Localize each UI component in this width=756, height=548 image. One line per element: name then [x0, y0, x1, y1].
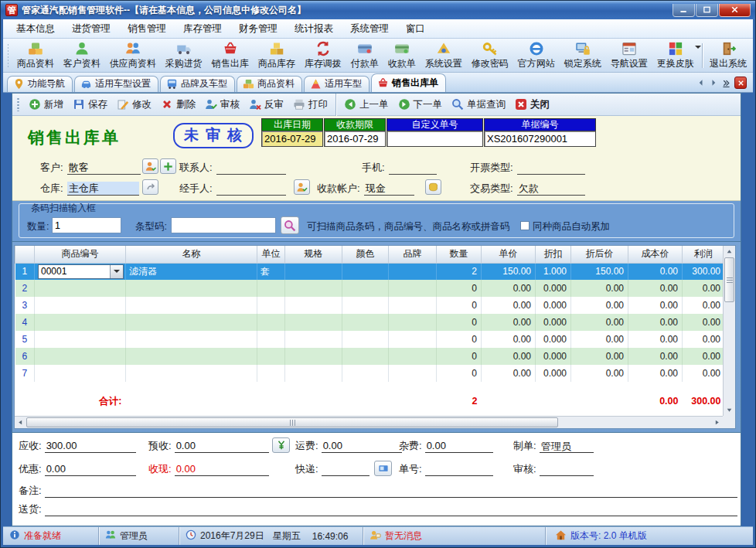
- exit-system-button[interactable]: 退出系统: [705, 39, 751, 72]
- minimize-button[interactable]: [673, 4, 695, 17]
- change-password-button[interactable]: 修改密码: [467, 39, 513, 72]
- grid-cell[interactable]: 0: [437, 280, 482, 297]
- grid-cell[interactable]: [285, 297, 342, 314]
- grid-cell[interactable]: 0.000: [536, 280, 571, 297]
- menu-purchase-mgmt[interactable]: 进货管理: [63, 20, 119, 38]
- grid-cell[interactable]: 0.00: [628, 314, 683, 331]
- grid-cell[interactable]: 0.00: [482, 365, 536, 382]
- grid-cell[interactable]: 0.00: [628, 280, 683, 297]
- grid-cell[interactable]: 0.00: [482, 348, 536, 365]
- grid-cell[interactable]: 0.00: [571, 348, 628, 365]
- vertical-scrollbar[interactable]: [723, 246, 735, 416]
- customer-info-button[interactable]: 客户资料: [59, 39, 105, 72]
- freight-value[interactable]: 0.00: [322, 440, 402, 453]
- receipt-bill-button[interactable]: 收款单: [383, 39, 421, 72]
- grid-cell[interactable]: 0.00: [628, 331, 683, 348]
- nav-settings-button[interactable]: 导航设置: [606, 39, 652, 72]
- grid-cell[interactable]: [285, 314, 342, 331]
- grid-cell[interactable]: [285, 280, 342, 297]
- menu-report-stats[interactable]: 统计报表: [286, 20, 342, 38]
- grid-cell[interactable]: 滤清器: [126, 263, 257, 280]
- scroll-left-button[interactable]: [15, 417, 26, 428]
- contact-input[interactable]: [216, 161, 286, 175]
- grid-cell[interactable]: 2: [437, 263, 482, 280]
- print-button[interactable]: 打印: [288, 96, 332, 114]
- grid-cell[interactable]: 0.000: [536, 365, 571, 382]
- grid-cell[interactable]: 0.00: [683, 365, 724, 382]
- skin-dropdown-arrow-icon[interactable]: [695, 46, 701, 52]
- grid-cell[interactable]: 0.00: [683, 348, 724, 365]
- grid-cell[interactable]: [35, 280, 126, 297]
- modify-button[interactable]: 修改: [112, 96, 156, 114]
- supplier-info-button[interactable]: 供应商资料: [105, 39, 161, 72]
- grid-cell[interactable]: 0.000: [536, 297, 571, 314]
- grid-cell[interactable]: 0.00: [628, 297, 683, 314]
- close-button[interactable]: [719, 4, 751, 17]
- grid-cell[interactable]: [342, 348, 389, 365]
- tab-scroll-right-button[interactable]: [709, 78, 718, 87]
- out-date-value[interactable]: 2016-07-29: [261, 131, 323, 147]
- menu-sales-mgmt[interactable]: 销售管理: [119, 20, 175, 38]
- grid-cell[interactable]: [257, 280, 285, 297]
- grid-cell[interactable]: 0: [437, 365, 482, 382]
- tab-vehicle-model-settings[interactable]: 适用车型设置: [74, 76, 158, 92]
- grid-cell[interactable]: [126, 348, 257, 365]
- tab-goods-info[interactable]: 商品资料: [237, 76, 302, 92]
- grid-cell[interactable]: [342, 297, 389, 314]
- grid-cell[interactable]: 0.00: [571, 297, 628, 314]
- grid-row-7[interactable]: 700.000.0000.000.000.00: [15, 365, 724, 382]
- invoice-type-input[interactable]: [517, 161, 585, 175]
- sales-out-button[interactable]: 销售出库: [207, 39, 254, 72]
- cash-value[interactable]: 0.00: [175, 463, 269, 476]
- grid-cell[interactable]: 1.000: [536, 263, 571, 280]
- select-warehouse-button[interactable]: [142, 179, 158, 195]
- grid-row-3[interactable]: 300.000.0000.000.000.00: [15, 297, 724, 314]
- remark-value[interactable]: [45, 485, 737, 498]
- grid-cell[interactable]: [257, 297, 285, 314]
- menu-system-mgmt[interactable]: 系统管理: [342, 20, 397, 38]
- receivable-value[interactable]: 300.00: [45, 440, 136, 453]
- grid-cell[interactable]: [257, 365, 285, 382]
- grid-cell[interactable]: [35, 314, 126, 331]
- order-query-button[interactable]: 单据查询: [447, 96, 510, 114]
- grid-row-2[interactable]: 200.000.0000.000.000.00: [15, 280, 724, 297]
- prev-order-button[interactable]: 上一单: [339, 96, 393, 114]
- due-date-value[interactable]: 2016-07-29: [324, 131, 386, 147]
- grid-cell[interactable]: [342, 331, 389, 348]
- grid-cell[interactable]: 0.00: [482, 297, 536, 314]
- grid-cell[interactable]: 0: [437, 348, 482, 365]
- express-value[interactable]: [322, 463, 369, 476]
- barcode-search-button[interactable]: [281, 216, 299, 234]
- prepaid-money-button[interactable]: [272, 437, 290, 453]
- grid-cell[interactable]: [35, 365, 126, 382]
- tab-close-button[interactable]: [734, 77, 747, 89]
- grid-cell[interactable]: [35, 297, 126, 314]
- grid-row-6[interactable]: 600.000.0000.000.000.00: [15, 348, 724, 365]
- grid-cell[interactable]: 0.00: [683, 314, 724, 331]
- grid-cell[interactable]: 0.00: [482, 314, 536, 331]
- delete-button[interactable]: 删除: [156, 96, 200, 114]
- grid-row-1[interactable]: 100001滤清器套2150.001.000150.000.00300.00: [15, 263, 724, 280]
- grid-cell[interactable]: [389, 331, 437, 348]
- product-code-combo[interactable]: 00001: [38, 264, 124, 279]
- grid-cell[interactable]: [126, 297, 257, 314]
- grid-cell[interactable]: 300.00: [683, 263, 724, 280]
- grid-cell[interactable]: [342, 314, 389, 331]
- unaudit-button[interactable]: 反审: [244, 96, 288, 114]
- goods-info-button[interactable]: 商品资料: [12, 39, 59, 72]
- official-website-button[interactable]: 官方网站: [513, 39, 560, 72]
- grid-cell[interactable]: [257, 348, 285, 365]
- menu-basic-info[interactable]: 基本信息: [8, 20, 63, 38]
- grid-cell[interactable]: [342, 263, 389, 280]
- scroll-down-button[interactable]: [724, 404, 735, 416]
- toolbar-grip[interactable]: [7, 43, 9, 67]
- grid-cell[interactable]: 150.00: [571, 263, 628, 280]
- grid-cell[interactable]: [389, 297, 437, 314]
- grid-cell[interactable]: [35, 348, 126, 365]
- grid-cell[interactable]: 0.00: [571, 331, 628, 348]
- menu-finance-mgmt[interactable]: 财务管理: [230, 20, 286, 38]
- tab-brand-model[interactable]: 品牌及车型: [160, 76, 235, 92]
- custom-no-value[interactable]: [387, 131, 483, 147]
- prepaid-value[interactable]: 0.00: [175, 440, 269, 453]
- grid-cell[interactable]: [285, 263, 342, 280]
